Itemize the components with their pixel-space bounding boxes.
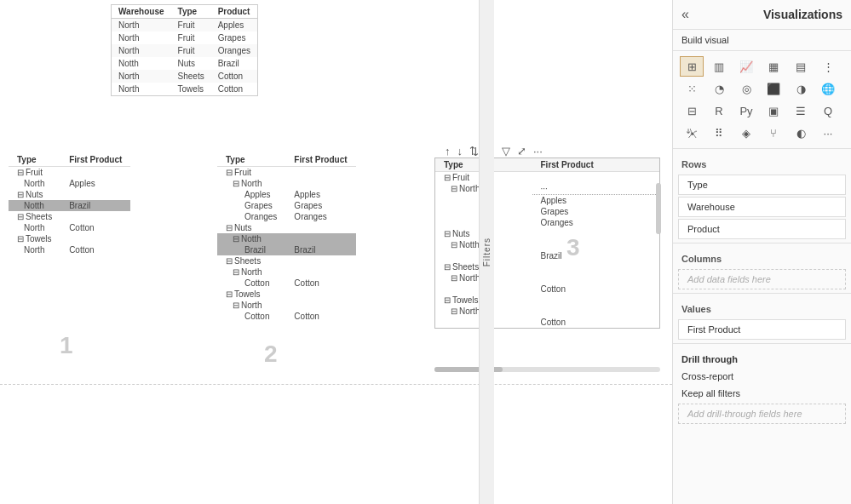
stacked-bar-viz-icon[interactable]: ▥ [707,56,731,77]
table-row: ⊟Nuts [9,189,130,200]
line-viz-icon[interactable]: 📈 [734,56,758,77]
table-row: ApplesApples [217,189,356,200]
table-row: ⊟Fruit [9,167,130,179]
label-2: 2 [264,341,278,368]
table-row: Oranges [435,217,659,228]
table-row: Brazil [435,250,659,261]
table-row: NorthCotton [9,244,130,255]
table-row: Cotton [435,317,659,328]
map-viz-icon[interactable]: 🌐 [816,78,840,99]
table-row: GrapesGrapes [217,200,356,211]
visualizations-panel: « Visualizations Build visual ⊞ ▥ 📈 ▦ ▤ … [672,0,851,504]
scrollbar[interactable] [656,183,661,234]
table-row: NorthFruitApples [112,19,257,32]
panel-header: « Visualizations [673,0,851,30]
table-row: ⊟North [435,272,659,284]
panel-title: Visualizations [763,8,842,21]
matrix-viz-icon[interactable]: ⊟ [680,100,704,121]
table-row: OrangesOranges [217,211,356,222]
table-row: CottonCotton [217,278,356,289]
table-row: ⊟Nuts [217,222,356,233]
r-viz-icon[interactable]: R [707,100,731,121]
columns-section-label: Columns [673,247,851,267]
ribbon-viz-icon[interactable]: ⋮ [816,56,840,77]
canvas: Warehouse Type Product NorthFruitApples … [0,0,672,504]
multirow-viz-icon[interactable]: ☰ [789,100,813,121]
back-button[interactable]: « [681,7,689,22]
filters-tab[interactable]: Filters [479,0,494,504]
cross-report-item[interactable]: Cross-report [673,368,851,385]
label-3: 3 [566,234,580,261]
table-row: ⊟Notth [217,233,356,244]
table-row: ⊟North [435,306,659,317]
matrix1-col-type: Type [9,153,60,167]
shapemap-viz-icon[interactable]: ◈ [734,123,758,143]
col-warehouse: Warehouse [112,5,171,19]
table-row: ⊟Sheets [435,261,659,272]
decomp-viz-icon[interactable]: ⑂ [762,123,785,143]
horizontal-scrollbar[interactable] [434,367,660,372]
qa-viz-icon[interactable]: Q [816,100,840,121]
dashed-divider [0,384,672,385]
table-row: ⊟North [217,300,356,311]
table-row: ⊟Notth [435,239,659,250]
table-row: Cotton [435,284,659,295]
matrix3-col-firstproduct: First Product [532,158,659,172]
columns-placeholder[interactable]: Add data fields here [678,269,846,289]
donut-viz-icon[interactable]: ◎ [734,78,758,99]
field-sections: Rows Type Warehouse Product Columns Add … [673,149,851,504]
matrix-1: Type First Product ⊟Fruit NorthApples ⊟N… [9,153,132,255]
dotplot-viz-icon[interactable]: ⠿ [707,123,731,143]
table-row: NorthFruitOranges [112,44,257,57]
area-viz-icon[interactable]: ▤ [789,56,813,77]
more-viz-icon[interactable]: ··· [816,123,840,143]
python-viz-icon[interactable]: Py [734,100,758,121]
scatter-viz-icon[interactable]: ⁙ [680,78,704,99]
matrix1-col-firstproduct: First Product [60,153,130,167]
col-type: Type [171,5,211,19]
table-row: ⊟North [217,266,356,278]
table-row: Apples [435,195,659,207]
table-row: ⊟Sheets [217,255,356,266]
field-warehouse[interactable]: Warehouse [678,197,846,217]
table-viz-icon[interactable]: ⊞ [680,56,704,77]
rows-section-label: Rows [673,152,851,173]
filters-label: Filters [482,238,492,266]
pie-viz-icon[interactable]: ◔ [707,78,731,99]
treemap-viz-icon[interactable]: ⬛ [762,78,785,99]
table-row: ⊟Towels [435,295,659,306]
build-visual-label: Build visual [673,30,851,51]
gauge-viz-icon[interactable]: ◑ [789,78,813,99]
table-row: NotthNutsBrazil [112,57,257,70]
drill-placeholder[interactable]: Add drill-through fields here [678,404,846,424]
field-first-product[interactable]: First Product [678,319,846,340]
table-row: NorthFruitGrapes [112,32,257,44]
field-type[interactable]: Type [678,175,846,195]
table-row: ⊟North··· [435,183,659,195]
funnel-viz-icon[interactable]: ⏧ [680,123,704,143]
keyinfl-viz-icon[interactable]: ◐ [789,123,813,143]
small-table: Warehouse Type Product NorthFruitApples … [111,4,258,96]
table-row: CottonCotton [217,311,356,322]
table-row: ⊟Fruit [435,172,659,184]
label-1: 1 [60,332,73,359]
table-row: ⊟Towels [9,233,130,244]
table-row: ⊟North [217,178,356,189]
table-row: NorthSheetsCotton [112,70,257,83]
table-row: NorthApples [9,178,130,189]
table-row: NorthCotton [9,222,130,233]
matrix2-col-type: Type [217,153,285,167]
table-row: ⊟Sheets [9,211,130,222]
table-row: Grapes [435,206,659,217]
bar-viz-icon[interactable]: ▦ [762,56,785,77]
field-product[interactable]: Product [678,219,846,239]
icon-grid: ⊞ ▥ 📈 ▦ ▤ ⋮ ⁙ ◔ ◎ ⬛ ◑ 🌐 ⊟ R Py ▣ ☰ Q ⏧ ⠿… [673,51,851,149]
kpi-viz-icon[interactable]: ▣ [762,100,785,121]
drill-through-label: Drill through [673,347,851,368]
table-row: BrazilBrazil [217,244,356,255]
keep-all-filters-item[interactable]: Keep all filters [673,385,851,402]
matrix2-col-firstproduct: First Product [285,153,355,167]
col-product: Product [211,5,257,19]
table-row: ⊟Towels [217,289,356,300]
table-row: NorthTowelsCotton [112,83,257,95]
